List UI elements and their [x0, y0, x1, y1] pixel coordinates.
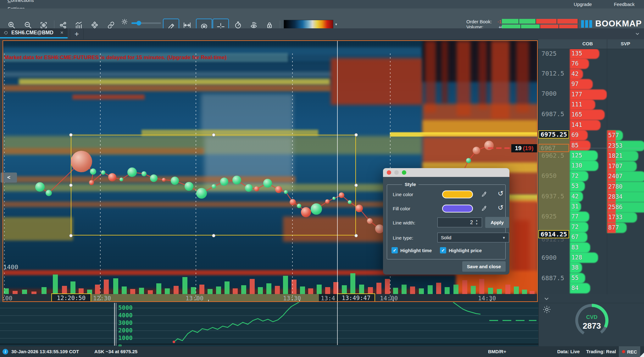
trade-bubble: [466, 158, 471, 163]
fill-color-swatch[interactable]: [442, 205, 473, 212]
status-bar: i 30-Jan-2026 13:43:55.109 COT ASK ~34 a…: [0, 346, 644, 357]
tabbar-chevron-down-icon[interactable]: [634, 30, 641, 38]
volume-histogram-bar: [225, 281, 230, 294]
volume-histogram-bar: [53, 275, 58, 294]
price-label: 6925: [541, 212, 557, 220]
trade-bubble: [275, 186, 282, 193]
highlight-price-checkbox[interactable]: ✓: [440, 247, 446, 253]
volume-histogram-bar: [522, 290, 527, 294]
menu-connections[interactable]: Connections: [0, 0, 41, 4]
collapse-left-panel-button[interactable]: <: [1, 173, 17, 183]
tab-active[interactable]: ESH6.CME@BMD ×: [0, 28, 68, 38]
line-width-spinner[interactable]: ▲▼: [475, 219, 479, 226]
svp-value: 2780: [608, 183, 623, 190]
selection-handle[interactable]: [212, 133, 215, 137]
refresh-icon[interactable]: [3, 30, 9, 36]
cob-value: 85: [571, 142, 579, 149]
selection-handle[interactable]: [212, 234, 215, 237]
svp-value: 577: [608, 132, 619, 139]
gear-icon[interactable]: [542, 305, 552, 315]
time-tick: [299, 300, 300, 302]
time-marker-dotted-line: [100, 54, 101, 302]
price-label: 7000: [541, 90, 557, 97]
volume-histogram-bar: [445, 287, 450, 294]
svp-value: 2834: [608, 193, 623, 200]
status-data-mode: Data: Live: [557, 349, 580, 354]
time-label: 12:30: [93, 295, 111, 302]
fill-color-eyedropper-icon[interactable]: [480, 204, 488, 212]
line-color-reset-icon[interactable]: ↺: [497, 190, 505, 198]
menu-feedback[interactable]: Feedback: [614, 2, 635, 7]
dialog-titlebar[interactable]: [383, 168, 509, 177]
volume-histogram-bar: [462, 280, 467, 294]
rec-toggle[interactable]: REC: [619, 346, 640, 357]
trade-bubble: [263, 179, 272, 188]
menu-right-items: UpgradeFeedback: [574, 0, 635, 8]
line-color-swatch[interactable]: [442, 190, 473, 198]
volume-histogram-bar: [300, 286, 305, 294]
selection-handle[interactable]: [354, 133, 358, 137]
volume-histogram-bar: [208, 289, 213, 294]
style-dialog: Style Line color ↺ Fill color ↺ Line wid…: [383, 168, 509, 275]
selection-handle[interactable]: [69, 234, 73, 237]
selection-handle[interactable]: [354, 184, 358, 187]
info-icon[interactable]: i: [3, 349, 8, 354]
price-label: 6900: [541, 254, 557, 261]
time-boxed-label: 12:20:50: [51, 293, 91, 302]
dialog-minimize-button[interactable]: [394, 170, 399, 175]
apply-button[interactable]: Apply: [485, 217, 509, 228]
volume-histogram-bar: [393, 288, 398, 294]
brightness-slider-knob[interactable]: [136, 21, 141, 26]
volume-histogram-bar: [436, 283, 441, 294]
volume-histogram-bar: [266, 283, 271, 294]
volume-histogram-bar: [191, 287, 196, 294]
resize-grip[interactable]: [640, 353, 644, 357]
price-boxed-label: 6914.25: [538, 230, 569, 238]
menu-upgrade[interactable]: Upgrade: [574, 2, 592, 7]
fill-color-reset-icon[interactable]: ↺: [497, 204, 505, 212]
line-type-select[interactable]: Solid ▼: [437, 233, 509, 242]
dialog-maximize-button[interactable]: [402, 170, 406, 175]
trade-bubble: [108, 173, 116, 181]
save-and-close-button[interactable]: Save and close: [462, 261, 506, 272]
selection-handle[interactable]: [69, 133, 73, 137]
cob-value: 128: [571, 254, 582, 261]
panel-chevron-down-icon[interactable]: [543, 295, 550, 303]
dialog-close-button[interactable]: [387, 170, 391, 175]
trade-bubble: [101, 170, 105, 175]
trade-bubble: [35, 182, 45, 192]
cvd-gauge: [572, 301, 611, 340]
trade-bubble: [332, 197, 336, 200]
select-chevron-down-icon: ▼: [502, 236, 506, 240]
toolbar: ▼ Order Book: -11% Volume: +01% BOOKMAP: [0, 8, 644, 28]
style-fieldset-title: Style: [402, 182, 419, 187]
trade-bubble: [375, 224, 384, 233]
trade-bubble: [71, 151, 92, 172]
new-tab-button[interactable]: +: [70, 28, 84, 39]
menu-bar: FileConnectionsSettingsHelp UpgradeFeedb…: [0, 0, 644, 8]
palette-dropdown-icon[interactable]: ▼: [333, 20, 340, 28]
order-book-label: Order Book:: [466, 19, 492, 24]
cvd-subchart[interactable]: 500040003000200010000: [0, 302, 538, 346]
selection-handle[interactable]: [69, 184, 73, 187]
line-width-value: 2: [470, 220, 473, 225]
price-label: 6962.5: [541, 152, 564, 159]
highlight-time-checkbox[interactable]: ✓: [391, 247, 398, 253]
time-axis[interactable]: :0012:3013:0013:3013:414:0014:3012:20:50…: [3, 294, 538, 302]
volume-histogram-bar: [368, 287, 373, 294]
line-color-label: Line color: [393, 192, 413, 197]
volume-histogram-bar: [250, 279, 255, 294]
selection-handle[interactable]: [354, 234, 358, 237]
trade-bubble: [220, 178, 228, 186]
heatmap-palette[interactable]: [284, 20, 333, 29]
price-label: 6937.5: [541, 192, 564, 200]
panel-divider: [607, 39, 607, 294]
cob-value: 55: [571, 274, 579, 281]
line-color-eyedropper-icon[interactable]: [480, 190, 488, 198]
trade-bubble: [473, 147, 480, 154]
cvd-vline: [114, 303, 115, 346]
trade-bubble: [290, 199, 296, 205]
cob-value: 69: [571, 131, 579, 138]
volume-histogram-bar: [359, 285, 364, 294]
tab-close-icon[interactable]: ×: [60, 30, 64, 36]
